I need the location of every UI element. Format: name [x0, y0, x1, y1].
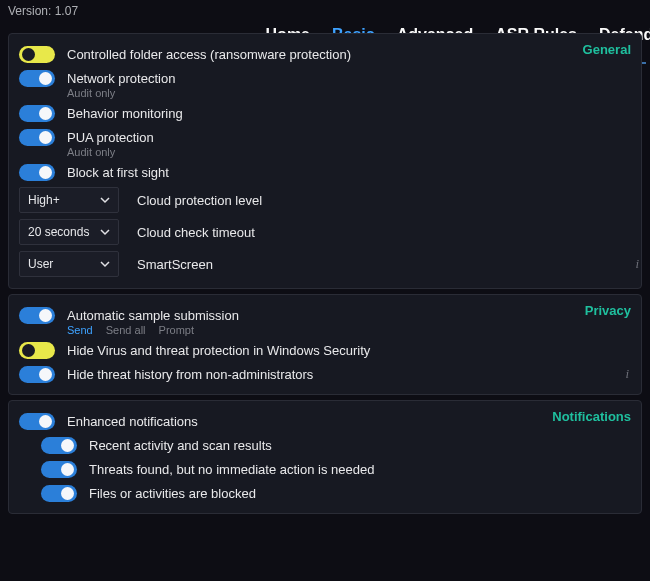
- block-first-sight-toggle[interactable]: [19, 164, 55, 181]
- behavior-monitoring-toggle[interactable]: [19, 105, 55, 122]
- recent-toggle[interactable]: [41, 437, 77, 454]
- controlled-folder-row: Controlled folder access (ransomware pro…: [19, 42, 631, 66]
- pua-protection-label: PUA protection: [67, 130, 154, 145]
- cloud-level-select[interactable]: High+: [19, 187, 119, 213]
- blocked-row: Files or activities are blocked: [19, 481, 631, 505]
- cloud-level-value: High+: [28, 193, 60, 207]
- block-first-sight-row: Block at first sight: [19, 160, 631, 184]
- hide-virus-row: Hide Virus and threat protection in Wind…: [19, 338, 631, 362]
- chevron-down-icon: [100, 195, 110, 205]
- notifications-panel: Notifications Enhanced notifications Rec…: [8, 400, 642, 514]
- chevron-down-icon: [100, 227, 110, 237]
- block-first-sight-label: Block at first sight: [67, 165, 169, 180]
- blocked-label: Files or activities are blocked: [89, 486, 256, 501]
- network-protection-toggle[interactable]: [19, 70, 55, 87]
- chevron-down-icon: [100, 259, 110, 269]
- threats-found-label: Threats found, but no immediate action i…: [89, 462, 374, 477]
- threats-found-toggle[interactable]: [41, 461, 77, 478]
- info-icon[interactable]: i: [625, 366, 629, 382]
- smartscreen-value: User: [28, 257, 53, 271]
- auto-sample-row: Automatic sample submission: [19, 303, 631, 327]
- behavior-monitoring-label: Behavior monitoring: [67, 106, 183, 121]
- auto-sample-label: Automatic sample submission: [67, 308, 239, 323]
- blocked-toggle[interactable]: [41, 485, 77, 502]
- hide-history-toggle[interactable]: [19, 366, 55, 383]
- behavior-monitoring-row: Behavior monitoring: [19, 101, 631, 125]
- cloud-timeout-select[interactable]: 20 seconds: [19, 219, 119, 245]
- cloud-timeout-label: Cloud check timeout: [137, 225, 255, 240]
- recent-label: Recent activity and scan results: [89, 438, 272, 453]
- controlled-folder-label: Controlled folder access (ransomware pro…: [67, 47, 351, 62]
- smartscreen-row: User SmartScreen i: [19, 248, 631, 280]
- auto-sample-toggle[interactable]: [19, 307, 55, 324]
- hide-history-label: Hide threat history from non-administrat…: [67, 367, 313, 382]
- general-panel: General Controlled folder access (ransom…: [8, 33, 642, 289]
- smartscreen-label: SmartScreen: [137, 257, 213, 272]
- enhanced-toggle[interactable]: [19, 413, 55, 430]
- info-icon[interactable]: i: [635, 256, 639, 272]
- cloud-timeout-value: 20 seconds: [28, 225, 89, 239]
- network-protection-row: Network protection: [19, 66, 631, 90]
- cloud-level-row: High+ Cloud protection level: [19, 184, 631, 216]
- enhanced-row: Enhanced notifications: [19, 409, 631, 433]
- recent-row: Recent activity and scan results: [19, 433, 631, 457]
- pua-protection-row: PUA protection: [19, 125, 631, 149]
- hide-virus-toggle[interactable]: [19, 342, 55, 359]
- pua-protection-toggle[interactable]: [19, 129, 55, 146]
- enhanced-label: Enhanced notifications: [67, 414, 198, 429]
- hide-virus-label: Hide Virus and threat protection in Wind…: [67, 343, 370, 358]
- threats-found-row: Threats found, but no immediate action i…: [19, 457, 631, 481]
- privacy-panel: Privacy Automatic sample submission Send…: [8, 294, 642, 395]
- cloud-level-label: Cloud protection level: [137, 193, 262, 208]
- network-protection-label: Network protection: [67, 71, 175, 86]
- smartscreen-select[interactable]: User: [19, 251, 119, 277]
- version-label: Version: 1.07: [8, 4, 78, 18]
- cloud-timeout-row: 20 seconds Cloud check timeout: [19, 216, 631, 248]
- controlled-folder-toggle[interactable]: [19, 46, 55, 63]
- hide-history-row: Hide threat history from non-administrat…: [19, 362, 631, 386]
